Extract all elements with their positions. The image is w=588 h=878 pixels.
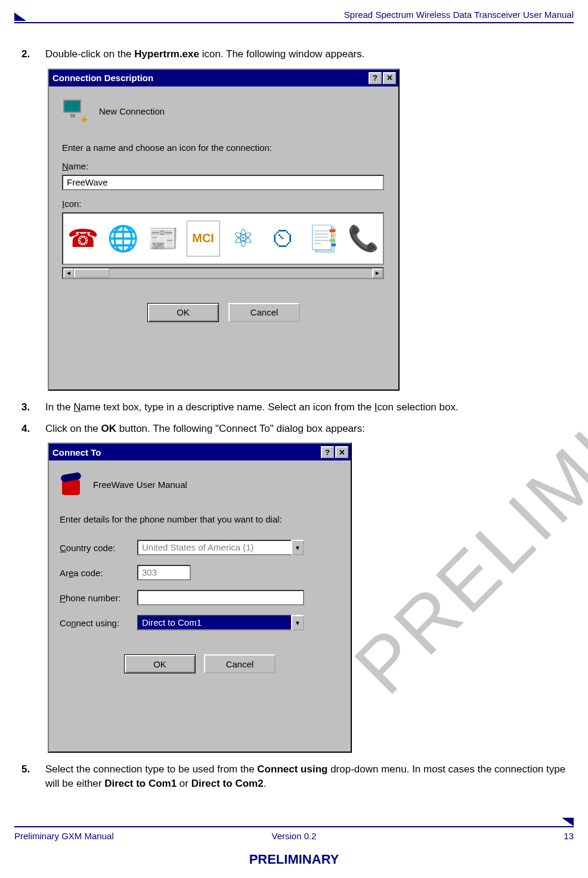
icon-picker[interactable]: ☎ 🌐 📰 MCI ⚛ ⏲ 📑 📞 xyxy=(62,212,384,265)
scroll-thumb[interactable] xyxy=(74,268,110,278)
phone-number-input[interactable] xyxy=(137,590,304,605)
area-code-row: Area code: 303 xyxy=(60,565,340,580)
step-text: Double-click on the Hypertrm.exe icon. T… xyxy=(45,47,567,61)
step-text: Select the connection type to be used fr… xyxy=(45,762,567,791)
icon-option-docs[interactable]: 📑 xyxy=(307,221,339,256)
dialog-titlebar[interactable]: Connection Description ? ✕ xyxy=(49,70,398,86)
footer-corner-decoration xyxy=(562,818,574,826)
name-input[interactable] xyxy=(62,175,384,190)
step-5: 5. Select the connection type to be used… xyxy=(21,762,567,791)
connect-using-value[interactable]: Direct to Com1 xyxy=(137,615,291,630)
dialog-titlebar[interactable]: Connect To ? ✕ xyxy=(49,444,351,460)
footer-left: Preliminary GXM Manual xyxy=(14,831,201,841)
cancel-button[interactable]: Cancel xyxy=(204,654,276,673)
ok-button[interactable]: OK xyxy=(124,654,196,673)
icon-option-phone-red[interactable]: ☎ xyxy=(67,221,100,256)
header-title: Spread Spectrum Wireless Data Transceive… xyxy=(31,10,574,21)
scroll-right-button[interactable]: ► xyxy=(372,268,383,278)
page-footer: Preliminary GXM Manual Version 0.2 13 PR… xyxy=(14,826,574,867)
icon-option-news[interactable]: 📰 xyxy=(147,221,180,256)
dialog-prompt: Enter details for the phone number that … xyxy=(60,514,340,524)
icon-option-dial[interactable]: ⏲ xyxy=(267,221,299,256)
connect-to-dialog: Connect To ? ✕ FreeWave User Manual Ente… xyxy=(48,443,352,753)
phone-number-row: Phone number: xyxy=(60,590,340,605)
footer-rule xyxy=(14,826,574,827)
step-number: 3. xyxy=(21,400,45,415)
icon-option-globe[interactable]: 🌐 xyxy=(107,221,140,256)
dialog-prompt: Enter a name and choose an icon for the … xyxy=(62,143,385,153)
connection-description-dialog: Connection Description ? ✕ ✦ New Connect… xyxy=(48,69,400,391)
scroll-left-button[interactable]: ◄ xyxy=(63,268,74,278)
new-connection-icon: ✦ xyxy=(62,98,88,125)
step-number: 2. xyxy=(21,47,45,61)
step-number: 5. xyxy=(21,762,45,791)
help-button[interactable]: ? xyxy=(321,446,334,458)
footer-preliminary: PRELIMINARY xyxy=(14,852,574,867)
country-code-row: Country code: United States of America (… xyxy=(60,540,340,555)
dialog-title: Connect To xyxy=(51,447,320,457)
connect-using-row: Connect using: Direct to Com1 ▼ xyxy=(60,615,340,630)
close-button[interactable]: ✕ xyxy=(383,72,396,84)
dialog-title: Connection Description xyxy=(51,73,367,83)
step-2: 2. Double-click on the Hypertrm.exe icon… xyxy=(21,47,567,61)
connect-using-combo[interactable]: Direct to Com1 ▼ xyxy=(137,615,304,630)
dropdown-arrow-icon[interactable]: ▼ xyxy=(291,615,304,630)
header-corner-decoration xyxy=(14,13,26,21)
connection-name-label: FreeWave User Manual xyxy=(93,480,187,490)
step-3: 3. In the Name text box, type in a descr… xyxy=(21,400,567,415)
area-code-value: 303 xyxy=(137,565,191,580)
header-rule xyxy=(14,22,574,23)
icon-option-phone2[interactable]: 📞 xyxy=(346,221,379,256)
icon-option-mci[interactable]: MCI xyxy=(187,221,220,256)
dropdown-arrow-icon: ▼ xyxy=(291,540,304,555)
country-code-value: United States of America (1) xyxy=(137,540,291,555)
footer-page-number: 13 xyxy=(387,831,574,841)
page-header: Spread Spectrum Wireless Data Transceive… xyxy=(14,10,574,21)
phone-icon xyxy=(60,472,83,496)
step-text: In the Name text box, type in a descript… xyxy=(45,400,567,415)
footer-version: Version 0.2 xyxy=(201,831,388,841)
cancel-button[interactable]: Cancel xyxy=(228,303,300,322)
help-button[interactable]: ? xyxy=(369,72,382,84)
step-4: 4. Click on the OK button. The following… xyxy=(21,422,567,436)
close-button[interactable]: ✕ xyxy=(335,446,348,458)
icon-picker-scrollbar[interactable]: ◄ ► xyxy=(62,267,384,279)
ok-button[interactable]: OK xyxy=(147,303,219,322)
step-number: 4. xyxy=(21,422,45,436)
country-code-combo: United States of America (1) ▼ xyxy=(137,540,304,555)
new-connection-label: New Connection xyxy=(99,106,165,116)
icon-option-atom[interactable]: ⚛ xyxy=(227,221,260,256)
step-text: Click on the OK button. The following "C… xyxy=(45,422,567,436)
